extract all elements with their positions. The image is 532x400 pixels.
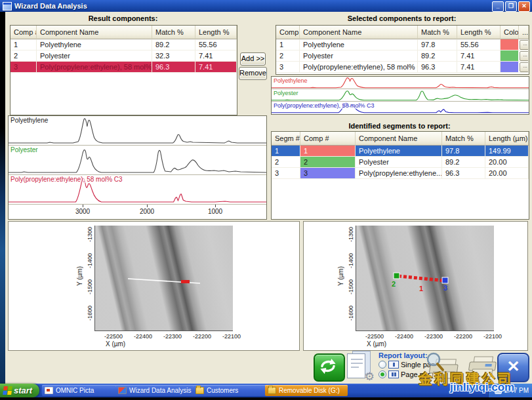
table-header: Comp # Component Name Match % Length % [10, 26, 237, 39]
result-components-table: Comp # Component Name Match % Length % 1… [10, 25, 237, 115]
spectrum-polyethylene: Polyethylene [272, 77, 529, 89]
micrograph-image: 2 1 3 [356, 226, 494, 331]
color-picker-button[interactable]: ... [520, 40, 529, 50]
remove-button[interactable]: Remove [239, 67, 267, 80]
radio-icon[interactable] [379, 361, 386, 369]
table-row[interactable]: 3 3 Poly(propylene:ethylene... 96.3 20.0… [272, 168, 529, 179]
table-header: Comp # Component Name Match % Length % C… [276, 26, 529, 39]
comp-color-cell: 1 [300, 146, 356, 157]
segment-marker-3: 3 [443, 284, 447, 292]
multi-page-icon [388, 370, 399, 378]
table-row-selected[interactable]: 3 Poly(propylene:ethylene), 58 mol% C3 9… [10, 62, 237, 73]
sync-arrows-icon [316, 356, 340, 376]
table-row-selected[interactable]: 1 1 Polyethylene 97.8 149.99 [272, 146, 529, 157]
wizard-data-analysis-window: Wizard Data Analysis _ ❐ ✕ Result compon… [0, 0, 532, 400]
color-picker-button[interactable]: ... [520, 51, 529, 61]
table-row[interactable]: 2 2 Polyester 89.2 20.00 [272, 157, 529, 168]
identified-segments-table: Segm # Comp # Component Name Match % Len… [271, 131, 529, 220]
comp-color-cell: 3 [300, 168, 356, 179]
result-components-title: Result components: [10, 14, 236, 22]
spectrum-line [9, 146, 266, 174]
gear-icon: ⚙ [365, 370, 375, 384]
color-swatch [501, 62, 519, 73]
taskbar-item-removable-disk[interactable]: Removable Disk (G:) [265, 385, 348, 396]
spectrum-line [272, 77, 529, 89]
wavenumber-axis: 3000 2000 1000 [9, 205, 266, 219]
x-axis-label: X (µm) [367, 340, 386, 348]
color-picker-button[interactable]: ... [520, 62, 529, 72]
folder-icon [195, 387, 204, 394]
start-button[interactable]: start [0, 384, 39, 397]
single-page-icon [388, 361, 399, 369]
app-icon [3, 2, 12, 10]
segment-marker-2: 2 [392, 280, 396, 288]
spectrum-polyester: Polyester [272, 89, 529, 102]
spectrum-line [272, 89, 529, 101]
close-button[interactable]: ✕ [518, 1, 530, 12]
table-row[interactable]: 1 Polyethylene 97.8 55.56 ... [276, 39, 529, 50]
table-row[interactable]: 2 Polyester 89.2 7.41 ... [276, 50, 529, 62]
x-axis-label: X (µm) [106, 340, 125, 348]
minimize-button[interactable]: _ [492, 1, 504, 12]
folder-icon [268, 387, 276, 394]
table-header: Segm # Comp # Component Name Match % Len… [272, 132, 529, 146]
color-swatch [501, 50, 519, 62]
windows-logo-icon [3, 386, 12, 395]
wizard-icon [118, 387, 127, 394]
measure-line-overlay [95, 226, 233, 330]
report-document-icon[interactable]: ⚙ [346, 351, 373, 381]
micrograph-panel-right: 2 1 3 -1300 -1400 -1500 -1600 Y (µm) -22… [303, 221, 528, 351]
table-row[interactable]: 1 Polyethylene 89.2 55.56 [10, 39, 237, 50]
add-button[interactable]: Add >> [240, 52, 266, 66]
micrograph-image [94, 226, 233, 331]
spectrum-polyester: Polyester [9, 146, 266, 175]
spectrum-ppe: Poly(propylene:ethylene), 58 mol% C3 [9, 175, 266, 205]
identified-segments-title: Identified segments to report: [271, 122, 528, 130]
table-row[interactable]: 3 Poly(propylene:ethylene), 58 mol% C3 9… [276, 62, 529, 73]
desktop-background-strip [0, 12, 5, 397]
col-comp[interactable]: Comp # [10, 26, 37, 39]
col-name[interactable]: Component Name [37, 26, 152, 39]
taskbar-item-omnic-picta[interactable]: OMNIC Picta [42, 385, 117, 396]
radio-icon-selected[interactable] [379, 370, 386, 378]
color-swatch [501, 39, 519, 50]
window-titlebar: Wizard Data Analysis _ ❐ ✕ [0, 0, 532, 12]
spectrum-ppe: Poly(propylene:ethylene), 58 mol% C3 [272, 102, 529, 113]
restore-button[interactable]: ❐ [505, 1, 517, 12]
comp-color-cell: 2 [300, 157, 356, 168]
selected-components-spectra-preview: Polyethylene Polyester Poly(propylene:et… [271, 76, 529, 115]
window-title: Wizard Data Analysis [14, 2, 87, 10]
taskbar-item-customers[interactable]: Customers [193, 385, 266, 396]
y-axis-label: Y (µm) [76, 266, 83, 286]
watermark-url: jinliyiqi.com [450, 381, 514, 394]
taskbar-item-wizard-data-analysis[interactable]: Wizard Data Analysis [115, 385, 194, 396]
selected-components-title: Selected components to report: [276, 14, 528, 22]
segment-marker-1: 1 [419, 285, 423, 292]
omnic-picta-icon [45, 387, 53, 394]
spectrum-polyethylene: Polyethylene [9, 116, 266, 146]
col-match[interactable]: Match % [152, 26, 195, 39]
col-length[interactable]: Length % [195, 26, 237, 39]
table-row[interactable]: 2 Polyester 32.3 7.41 [10, 50, 237, 62]
selected-components-table: Comp # Component Name Match % Length % C… [276, 25, 529, 75]
micrograph-panel-left: -1300 -1400 -1500 -1600 Y (µm) -22500 -2… [8, 221, 300, 351]
result-spectra-panel: Polyethylene Polyester Poly(propylene:et… [8, 115, 267, 220]
screen-bottom-edge [0, 397, 532, 400]
y-axis-label: Y (µm) [337, 266, 344, 286]
segments-overlay [356, 226, 494, 330]
refresh-button[interactable] [314, 353, 345, 382]
